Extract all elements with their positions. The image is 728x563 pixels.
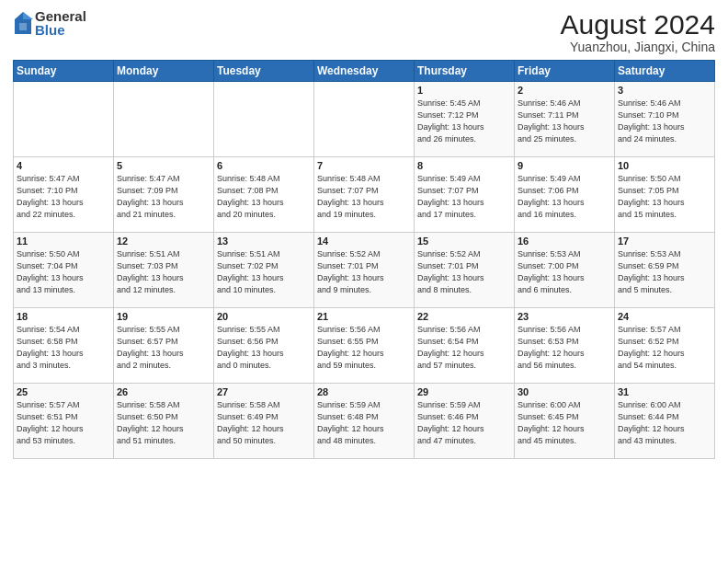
day-number: 21 (317, 311, 411, 322)
svg-marker-1 (23, 12, 33, 19)
calendar-cell (214, 82, 314, 157)
week-row-0: 1Sunrise: 5:45 AM Sunset: 7:12 PM Daylig… (14, 82, 715, 157)
day-number: 31 (618, 386, 711, 397)
calendar-cell: 29Sunrise: 5:59 AM Sunset: 6:46 PM Dayli… (415, 384, 515, 459)
day-number: 9 (518, 160, 611, 171)
col-wednesday: Wednesday (314, 61, 415, 82)
subtitle: Yuanzhou, Jiangxi, China (561, 40, 715, 54)
logo-icon (13, 10, 33, 36)
day-number: 26 (117, 386, 210, 397)
day-info: Sunrise: 5:53 AM Sunset: 6:59 PM Dayligh… (618, 248, 711, 296)
day-number: 30 (518, 386, 611, 397)
calendar-cell: 5Sunrise: 5:47 AM Sunset: 7:09 PM Daylig… (114, 157, 214, 233)
col-monday: Monday (114, 61, 214, 82)
day-number: 2 (518, 85, 611, 96)
calendar-cell: 7Sunrise: 5:48 AM Sunset: 7:07 PM Daylig… (314, 157, 415, 233)
day-number: 8 (417, 160, 511, 171)
week-row-1: 4Sunrise: 5:47 AM Sunset: 7:10 PM Daylig… (14, 157, 715, 233)
logo-general: General (35, 9, 86, 23)
day-number: 27 (217, 386, 311, 397)
day-info: Sunrise: 5:57 AM Sunset: 6:51 PM Dayligh… (17, 399, 110, 447)
day-info: Sunrise: 5:47 AM Sunset: 7:09 PM Dayligh… (117, 173, 210, 221)
page: General Blue August 2024 Yuanzhou, Jiang… (0, 0, 728, 563)
day-number: 15 (417, 236, 511, 247)
day-info: Sunrise: 5:52 AM Sunset: 7:01 PM Dayligh… (317, 248, 411, 296)
calendar-cell (114, 82, 214, 157)
day-info: Sunrise: 5:51 AM Sunset: 7:02 PM Dayligh… (217, 248, 311, 296)
calendar-cell: 28Sunrise: 5:59 AM Sunset: 6:48 PM Dayli… (314, 384, 415, 459)
day-number: 6 (217, 160, 311, 171)
calendar-cell: 9Sunrise: 5:49 AM Sunset: 7:06 PM Daylig… (515, 157, 615, 233)
day-number: 29 (417, 386, 511, 397)
week-row-3: 18Sunrise: 5:54 AM Sunset: 6:58 PM Dayli… (14, 308, 715, 384)
col-thursday: Thursday (415, 61, 515, 82)
col-tuesday: Tuesday (214, 61, 314, 82)
day-number: 16 (518, 236, 611, 247)
calendar-cell: 10Sunrise: 5:50 AM Sunset: 7:05 PM Dayli… (615, 157, 715, 233)
calendar: Sunday Monday Tuesday Wednesday Thursday… (13, 60, 715, 459)
day-number: 10 (618, 160, 711, 171)
calendar-cell: 1Sunrise: 5:45 AM Sunset: 7:12 PM Daylig… (415, 82, 515, 157)
day-info: Sunrise: 5:58 AM Sunset: 6:49 PM Dayligh… (217, 399, 311, 447)
day-info: Sunrise: 6:00 AM Sunset: 6:44 PM Dayligh… (618, 399, 711, 447)
day-number: 18 (17, 311, 110, 322)
day-info: Sunrise: 5:56 AM Sunset: 6:55 PM Dayligh… (317, 324, 411, 372)
calendar-cell: 30Sunrise: 6:00 AM Sunset: 6:45 PM Dayli… (515, 384, 615, 459)
calendar-cell: 21Sunrise: 5:56 AM Sunset: 6:55 PM Dayli… (314, 308, 415, 384)
day-number: 24 (618, 311, 711, 322)
title-block: August 2024 Yuanzhou, Jiangxi, China (561, 9, 715, 54)
calendar-cell: 17Sunrise: 5:53 AM Sunset: 6:59 PM Dayli… (615, 233, 715, 308)
day-info: Sunrise: 5:46 AM Sunset: 7:11 PM Dayligh… (518, 98, 611, 145)
day-info: Sunrise: 5:50 AM Sunset: 7:05 PM Dayligh… (618, 173, 711, 221)
week-row-2: 11Sunrise: 5:50 AM Sunset: 7:04 PM Dayli… (14, 233, 715, 308)
day-number: 14 (317, 236, 411, 247)
main-title: August 2024 (561, 9, 715, 40)
day-info: Sunrise: 5:45 AM Sunset: 7:12 PM Dayligh… (417, 98, 511, 145)
day-info: Sunrise: 5:47 AM Sunset: 7:10 PM Dayligh… (17, 173, 110, 221)
day-info: Sunrise: 5:56 AM Sunset: 6:54 PM Dayligh… (417, 324, 511, 372)
calendar-cell (314, 82, 415, 157)
svg-rect-2 (19, 23, 27, 30)
day-info: Sunrise: 5:55 AM Sunset: 6:56 PM Dayligh… (217, 324, 311, 372)
calendar-cell: 31Sunrise: 6:00 AM Sunset: 6:44 PM Dayli… (615, 384, 715, 459)
day-info: Sunrise: 5:53 AM Sunset: 7:00 PM Dayligh… (518, 248, 611, 296)
calendar-cell: 15Sunrise: 5:52 AM Sunset: 7:01 PM Dayli… (415, 233, 515, 308)
day-number: 22 (417, 311, 511, 322)
header: General Blue August 2024 Yuanzhou, Jiang… (13, 9, 715, 54)
calendar-cell: 22Sunrise: 5:56 AM Sunset: 6:54 PM Dayli… (415, 308, 515, 384)
day-info: Sunrise: 5:52 AM Sunset: 7:01 PM Dayligh… (417, 248, 511, 296)
day-number: 5 (117, 160, 210, 171)
day-info: Sunrise: 5:49 AM Sunset: 7:07 PM Dayligh… (417, 173, 511, 221)
day-info: Sunrise: 5:46 AM Sunset: 7:10 PM Dayligh… (618, 98, 711, 145)
day-info: Sunrise: 5:51 AM Sunset: 7:03 PM Dayligh… (117, 248, 210, 296)
day-info: Sunrise: 5:59 AM Sunset: 6:48 PM Dayligh… (317, 399, 411, 447)
calendar-cell: 16Sunrise: 5:53 AM Sunset: 7:00 PM Dayli… (515, 233, 615, 308)
calendar-cell: 2Sunrise: 5:46 AM Sunset: 7:11 PM Daylig… (515, 82, 615, 157)
day-number: 1 (417, 85, 511, 96)
calendar-cell: 11Sunrise: 5:50 AM Sunset: 7:04 PM Dayli… (14, 233, 114, 308)
day-number: 28 (317, 386, 411, 397)
calendar-cell: 6Sunrise: 5:48 AM Sunset: 7:08 PM Daylig… (214, 157, 314, 233)
day-info: Sunrise: 5:49 AM Sunset: 7:06 PM Dayligh… (518, 173, 611, 221)
calendar-cell: 18Sunrise: 5:54 AM Sunset: 6:58 PM Dayli… (14, 308, 114, 384)
day-number: 12 (117, 236, 210, 247)
day-number: 4 (17, 160, 110, 171)
calendar-cell: 4Sunrise: 5:47 AM Sunset: 7:10 PM Daylig… (14, 157, 114, 233)
calendar-cell: 12Sunrise: 5:51 AM Sunset: 7:03 PM Dayli… (114, 233, 214, 308)
col-friday: Friday (515, 61, 615, 82)
day-number: 20 (217, 311, 311, 322)
day-info: Sunrise: 5:50 AM Sunset: 7:04 PM Dayligh… (17, 248, 110, 296)
calendar-cell: 27Sunrise: 5:58 AM Sunset: 6:49 PM Dayli… (214, 384, 314, 459)
day-number: 19 (117, 311, 210, 322)
day-info: Sunrise: 5:57 AM Sunset: 6:52 PM Dayligh… (618, 324, 711, 372)
day-info: Sunrise: 5:54 AM Sunset: 6:58 PM Dayligh… (17, 324, 110, 372)
col-saturday: Saturday (615, 61, 715, 82)
day-number: 25 (17, 386, 110, 397)
day-info: Sunrise: 6:00 AM Sunset: 6:45 PM Dayligh… (518, 399, 611, 447)
calendar-cell: 19Sunrise: 5:55 AM Sunset: 6:57 PM Dayli… (114, 308, 214, 384)
day-info: Sunrise: 5:58 AM Sunset: 6:50 PM Dayligh… (117, 399, 210, 447)
calendar-cell (14, 82, 114, 157)
calendar-cell: 13Sunrise: 5:51 AM Sunset: 7:02 PM Dayli… (214, 233, 314, 308)
col-sunday: Sunday (14, 61, 114, 82)
day-number: 17 (618, 236, 711, 247)
